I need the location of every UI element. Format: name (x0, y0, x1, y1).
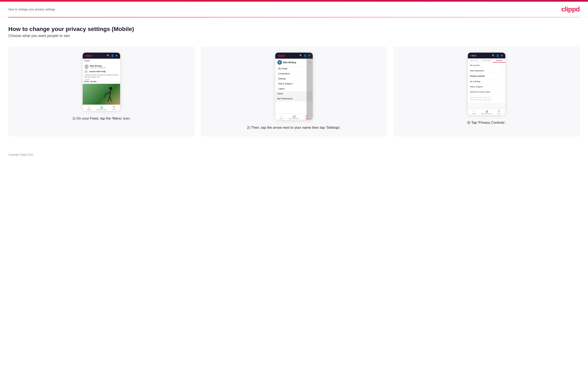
svg-point-0 (86, 65, 87, 67)
settings-help-support-label: Help & Support (470, 86, 484, 88)
home-icon-3: ⌂ (473, 110, 475, 112)
phone2-backdrop (306, 53, 313, 120)
step-1-card: clippd 🔍 👤 ⚙ Feed (8, 46, 195, 137)
phone2-username: Blair McHarg (283, 61, 296, 64)
logo: clippd (561, 5, 580, 13)
nav-menu-label: Menu (112, 109, 116, 110)
phone1-bottomnav: ⌂ Home 📊 My Performance ☰ Menu (83, 105, 120, 111)
phone2-spacer (275, 101, 313, 114)
home-icon: ⌂ (88, 106, 90, 108)
feed-post: Blair McHarg Yesterday · Sunningdale 🏌 L… (83, 63, 120, 84)
step-2-card: clippd 🔍 👤 ⚙ B Blair McHarg ∧ M (201, 46, 387, 137)
search-icon-2: 🔍 (299, 54, 302, 57)
phone1-icons: 🔍 👤 ⚙ (107, 54, 118, 57)
user-icon-2: 👤 (303, 54, 306, 57)
user-icon-3: 👤 (496, 54, 499, 57)
tab-my-profile: My Profile (468, 58, 480, 62)
performance-icon-3: 📊 (485, 110, 488, 112)
step-3-phone: < Back 🔍 👤 ⚙ My Profile Connections Sett… (468, 53, 505, 115)
performance-icon-2: 📊 (292, 115, 296, 117)
header-title: How to change your privacy settings (8, 8, 55, 11)
phone3-bottomnav: ⌂ Home 📊 My Performance ☰ Menu (468, 109, 505, 115)
step-3-card: < Back 🔍 👤 ⚙ My Profile Connections Sett… (393, 46, 580, 137)
svg-line-4 (108, 96, 110, 101)
page-subheading: Choose what you want people to see (8, 34, 580, 38)
step-1-phone: clippd 🔍 👤 ⚙ Feed (83, 53, 120, 111)
lesson-icon: 🏌 (84, 70, 88, 73)
user-icon: 👤 (111, 54, 114, 57)
feed-tab: Feed (83, 59, 120, 63)
search-icon: 🔍 (107, 54, 110, 57)
back-button: < Back (470, 54, 476, 57)
tab-connections: Connections (480, 58, 493, 62)
step-2-caption: 2) Then, tap the arrow next to your name… (247, 125, 341, 130)
top-accent-bar (0, 0, 588, 2)
phone2-nav-home-label: Home (280, 118, 284, 119)
phone3-tabs: My Profile Connections Settings (468, 58, 505, 63)
arrow-my-account: › (502, 64, 503, 66)
header: How to change your privacy settings clip… (0, 2, 588, 17)
settings-my-golf-bag: My Golf Bag › (468, 79, 505, 84)
version-line2: GQL Server Version: 2022.7.30-1 (470, 99, 503, 101)
home-icon-2: ⌂ (281, 115, 282, 117)
settings-help-support: Help & Support (468, 84, 505, 89)
phone2-nav-performance: 📊 My Performance (288, 114, 300, 120)
settings-icon: ⚙ (115, 54, 118, 57)
settings-data-integrations-label: Data Integrations (470, 70, 484, 72)
performance-icon: 📊 (100, 106, 103, 108)
phone3-icons: 🔍 👤 ⚙ (492, 54, 503, 57)
settings-service-privacy: Service & Privacy Policy (468, 89, 505, 95)
nav-home-label: Home (87, 109, 91, 110)
svg-point-2 (109, 87, 112, 90)
nav-performance: 📊 My Performance (95, 105, 108, 111)
nav-menu: ☰ Menu (108, 105, 120, 111)
golfer-svg (104, 86, 116, 105)
phone2-logo: clippd (277, 54, 285, 57)
phone3-nav-menu: ☰ Menu (493, 109, 505, 115)
search-icon-3: 🔍 (492, 54, 495, 57)
phone3-nav-performance-label: My Performance (481, 113, 492, 114)
main-content: How to change your privacy settings (Mob… (0, 17, 588, 149)
copyright: Copyright Clippd 2022 (8, 153, 33, 156)
version-line1: Clippd Client Version: 2022.8.3-3 (470, 96, 503, 99)
feed-user-sub: Yesterday · Sunningdale (90, 67, 106, 68)
section-home-label: Home (277, 92, 283, 95)
phone3-nav-home: ⌂ Home (468, 109, 480, 115)
phone3-nav-performance: 📊 My Performance (480, 109, 493, 115)
settings-privacy-controls-label: Privacy Controls (470, 75, 485, 77)
settings-data-integrations: Data Integrations › (468, 68, 505, 73)
phone3-nav-menu-label: Menu (497, 113, 501, 114)
feed-lesson-row: 🏌 Lesson with Fordy (84, 70, 119, 73)
svg-line-7 (104, 94, 105, 97)
feed-avatar (84, 64, 89, 69)
nav-performance-label: My Performance (96, 109, 107, 110)
phone2-nav-home: ⌂ Home (275, 114, 288, 120)
step-1-caption: 1) On your Feed, tap the 'Menu' icon. (72, 116, 131, 121)
settings-my-account: My Account › (468, 63, 505, 68)
phone3-version: Clippd Client Version: 2022.8.3-3 GQL Se… (468, 95, 505, 102)
settings-my-golf-bag-label: My Golf Bag (470, 81, 480, 83)
svg-point-1 (85, 67, 88, 69)
phone1-logo: clippd (85, 54, 92, 57)
settings-icon-3: ⚙ (500, 54, 503, 57)
menu-icon: ☰ (113, 106, 115, 108)
feed-lesson-desc: Looking to feel like my hands are exitin… (84, 74, 119, 78)
nav-home: ⌂ Home (83, 105, 95, 111)
feed-duration-label: Duration (84, 79, 119, 80)
settings-my-account-label: My Account (470, 64, 480, 66)
phone2-nav-performance-label: My Performance (289, 118, 299, 119)
arrow-privacy-controls: › (502, 75, 503, 77)
phone1-topbar: clippd 🔍 👤 ⚙ (83, 53, 120, 59)
feed-user-row: Blair McHarg Yesterday · Sunningdale (84, 64, 119, 69)
feed-duration-value: 01 hr : 30 min (84, 81, 119, 83)
footer: Copyright Clippd 2022 (0, 149, 588, 160)
menu-icon-3: ☰ (498, 110, 500, 112)
phone3-back-bar: < Back 🔍 👤 ⚙ (468, 53, 505, 58)
steps-grid: clippd 🔍 👤 ⚙ Feed (8, 46, 580, 137)
phone3-nav-home-label: Home (472, 113, 476, 114)
svg-line-3 (110, 90, 111, 96)
section-performance-label: My Performance (277, 98, 293, 100)
feed-user-info: Blair McHarg Yesterday · Sunningdale (90, 65, 106, 68)
feed-username: Blair McHarg (90, 65, 106, 67)
phone3-spacer (468, 102, 505, 109)
